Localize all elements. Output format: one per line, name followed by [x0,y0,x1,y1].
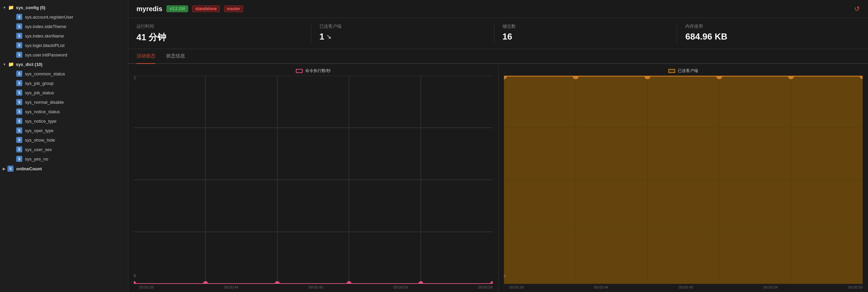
svg-point-9 [134,281,136,284]
sidebar-group-label: sys_dict (10) [16,62,43,67]
s-badge: S [16,90,22,96]
sidebar-item-label: sys_user_sex [25,147,52,152]
chart-cmd-panel: 命令执行数/秒 1 0 [128,64,499,292]
chevron-down-icon: ▼ [3,63,6,66]
s-badge: S [16,14,22,20]
sidebar-group-label: onlineCount [16,166,42,171]
main-container: ▼ 📁 sys_config (5) S sys.account.registe… [0,0,868,292]
stat-memory-value: 684.96 KB [685,31,852,42]
chart-cmd-y-bottom: 0 [134,274,136,278]
right-panel: myredis v3.2.100 standalone master ↺ 运行时… [128,0,868,292]
s-badge: S [16,137,22,143]
chart-clients-legend-label: 已连客户端 [678,68,698,74]
sidebar-item-notice-status[interactable]: S sys_notice_status [12,107,128,116]
stats-row: 运行时间 41 分钟 已连客户端 1 ↘ 键总数 16 内存使用 684.96 … [128,18,868,49]
role-badge: master [224,5,243,12]
sidebar-item-normal-disable[interactable]: S sys_normal_disable [12,97,128,107]
x-label-3: 09:00:54 [763,285,778,289]
sidebar-item-notice-type[interactable]: S sys_notice_type [12,116,128,126]
x-label-3: 09:00:54 [393,285,408,289]
chart-cmd-legend: 命令执行数/秒 [134,68,493,74]
sidebar-item-label: sys_normal_disable [25,100,64,105]
folder-icon: 📁 [8,62,14,67]
sidebar-item-label: sys.account.registerUser [25,15,73,20]
svg-point-12 [347,281,352,284]
s-badge: S [16,156,22,162]
chart-clients-x-labels: 09:00:39 09:00:44 09:00:49 09:00:54 09:0… [504,284,863,289]
chart-cmd-x-labels: 09:00:39 09:00:44 09:00:49 09:00:54 09:0… [134,284,493,289]
chart-clients-panel: 已连客户端 1 0 [499,64,868,292]
x-label-4: 09:00:59 [848,285,863,289]
folder-icon: 📁 [8,5,14,10]
chart-cmd-svg-container: 1 0 [134,76,493,284]
sidebar-item-init-password[interactable]: S sys.user.initPassword [12,50,128,59]
charts-area: 命令执行数/秒 1 0 [128,64,868,292]
chart-clients-y-top: 1 [504,76,506,80]
stat-memory: 内存使用 684.96 KB [677,23,860,43]
stat-keys-value: 16 [503,31,669,42]
sidebar-item-label: sys_common_status [25,71,65,76]
tabs-bar: 活动状态 状态信息 [128,49,868,64]
s-badge: S [16,118,22,124]
sidebar-item-yes-no[interactable]: S sys_yes_no [12,154,128,164]
sidebar-item-label: sys.index.sideTheme [25,24,66,29]
sidebar-item-job-group[interactable]: S sys_job_group [12,78,128,88]
chart-clients-legend: 已连客户端 [504,68,863,74]
chart-clients-svg-container: 1 0 [504,76,863,284]
sidebar-group-sys-config-children: S sys.account.registerUser S sys.index.s… [0,12,128,59]
sidebar-item-label: sys_yes_no [25,156,48,162]
stat-uptime-label: 运行时间 [136,23,303,29]
s-badge: S [16,52,22,58]
sidebar-item-label: sys.user.initPassword [25,52,67,57]
sidebar-item-user-sex[interactable]: S sys_user_sex [12,145,128,154]
legend-box-pink [296,69,303,73]
chart-clients-svg [504,76,863,284]
sidebar-item-label: sys_job_status [25,90,54,95]
clients-arrow-icon: ↘ [326,33,331,41]
sidebar-item-common-status[interactable]: S sys_common_status [12,69,128,78]
svg-point-11 [275,281,280,284]
legend-box-orange [668,69,675,73]
s-badge: S [16,127,22,133]
sidebar-item-skin-name[interactable]: S sys.index.skinName [12,31,128,41]
sidebar-item-register-user[interactable]: S sys.account.registerUser [12,12,128,22]
sidebar-item-black-ip[interactable]: S sys.login.blackIPList [12,41,128,50]
s-badge: S [7,166,14,172]
chart-clients-y-bottom: 0 [504,274,506,278]
stat-uptime-value: 41 分钟 [136,31,303,43]
stat-uptime: 运行时间 41 分钟 [136,23,311,43]
sidebar-item-show-hide[interactable]: S sys_show_hide [12,135,128,145]
sidebar-item-oper-type[interactable]: S sys_oper_type [12,126,128,135]
s-badge: S [16,23,22,29]
sidebar-item-label: sys.login.blackIPList [25,43,65,48]
svg-point-13 [418,281,423,284]
refresh-button[interactable]: ↺ [854,5,860,13]
chevron-right-icon: ▶ [3,167,5,171]
x-label-0: 09:00:39 [139,285,154,289]
sidebar-item-label: sys_show_hide [25,138,55,143]
chart-cmd-legend-label: 命令执行数/秒 [305,68,331,74]
sidebar-item-label: sys_job_group [25,81,54,86]
sidebar-item-label: sys_notice_type [25,119,56,124]
sidebar-group-sys-dict-children: S sys_common_status S sys_job_group S sy… [0,69,128,164]
sidebar-group-online-count[interactable]: ▶ S onlineCount [0,164,128,174]
stat-keys-label: 键总数 [503,23,669,29]
sidebar-item-side-theme[interactable]: S sys.index.sideTheme [12,22,128,31]
version-badge: v3.2.100 [167,5,188,12]
sidebar-item-label: sys_notice_status [25,109,60,114]
svg-point-14 [490,281,493,284]
s-badge: S [16,80,22,86]
stat-clients: 已连客户端 1 ↘ [311,23,494,43]
sidebar-group-sys-dict[interactable]: ▼ 📁 sys_dict (10) [0,59,128,69]
s-badge: S [16,33,22,39]
stat-clients-label: 已连客户端 [320,23,486,29]
s-badge: S [16,99,22,105]
svg-point-10 [203,281,208,284]
x-label-4: 09:00:59 [478,285,493,289]
tab-status-info[interactable]: 状态信息 [166,49,185,64]
sidebar-item-label: sys_oper_type [25,128,54,133]
sidebar-item-job-status[interactable]: S sys_job_status [12,88,128,97]
tab-activity[interactable]: 活动状态 [136,49,155,64]
s-badge: S [16,71,22,77]
sidebar-group-sys-config[interactable]: ▼ 📁 sys_config (5) [0,3,128,12]
